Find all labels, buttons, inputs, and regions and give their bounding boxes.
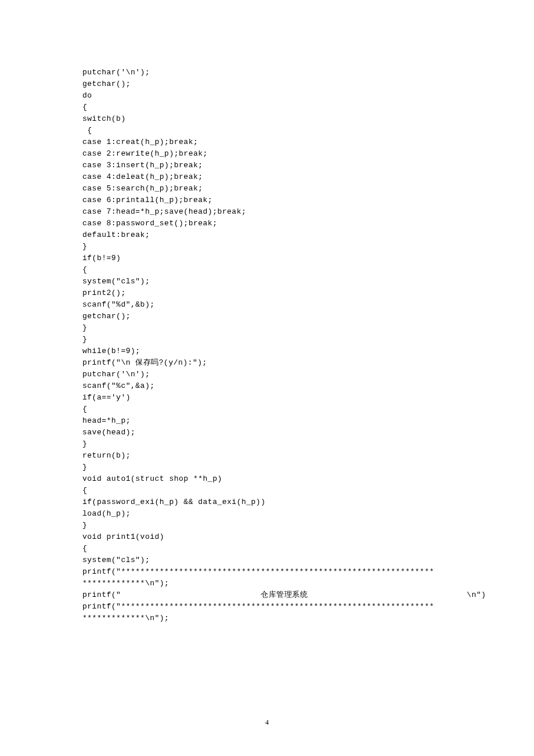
code-line: return(b); <box>0 450 534 462</box>
code-line: if(a=='y') <box>0 392 534 404</box>
code-line: { <box>0 485 534 496</box>
code-line: void print1(void) <box>0 531 534 543</box>
code-line: *************\n"); <box>0 613 534 624</box>
code-line: } <box>0 462 534 473</box>
code-line: while(b!=9); <box>0 345 534 357</box>
code-line: { <box>0 125 534 136</box>
code-line: case 3:insert(h_p);break; <box>0 160 534 171</box>
code-line: default:break; <box>0 229 534 241</box>
code-line: case 2:rewrite(h_p);break; <box>0 148 534 160</box>
code-line: if(b!=9) <box>0 253 534 264</box>
code-line: *************\n"); <box>0 578 534 589</box>
code-line: head=*h_p; <box>0 415 534 427</box>
code-line: scanf("%d",&b); <box>0 299 534 311</box>
code-line: case 1:creat(h_p);break; <box>0 136 534 148</box>
code-line: } <box>0 438 534 450</box>
code-line: case 5:search(h_p);break; <box>0 183 534 195</box>
code-line: scanf("%c",&a); <box>0 380 534 392</box>
code-block: putchar('\n'); getchar(); do { switch(b)… <box>0 67 534 624</box>
code-line: } <box>0 520 534 531</box>
code-line: printf("********************************… <box>0 566 534 578</box>
code-line: print2(); <box>0 287 534 299</box>
code-line: case 4:deleat(h_p);break; <box>0 171 534 183</box>
code-line: { <box>0 543 534 555</box>
code-line: printf("********************************… <box>0 601 534 613</box>
code-line: printf("\n 保存吗?(y/n):"); <box>0 357 534 369</box>
code-line: case 6:printall(h_p);break; <box>0 195 534 206</box>
code-line: } <box>0 241 534 253</box>
code-line: system("cls"); <box>0 555 534 566</box>
document-page: putchar('\n'); getchar(); do { switch(b)… <box>0 0 534 756</box>
code-line: system("cls"); <box>0 276 534 287</box>
code-line: do <box>0 90 534 102</box>
code-line: save(head); <box>0 427 534 438</box>
code-line: case 8:password_set();break; <box>0 218 534 229</box>
code-line: case 7:head=*h_p;save(head);break; <box>0 206 534 218</box>
code-line: printf(" 仓库管理系统 \n") <box>0 589 534 601</box>
code-line: { <box>0 404 534 415</box>
code-line: load(h_p); <box>0 508 534 520</box>
code-line: getchar(); <box>0 311 534 322</box>
code-line: putchar('\n'); <box>0 369 534 380</box>
code-line: if(password_exi(h_p) && data_exi(h_p)) <box>0 496 534 508</box>
code-line: } <box>0 334 534 345</box>
code-line: switch(b) <box>0 113 534 125</box>
code-line: getchar(); <box>0 78 534 90</box>
code-line: { <box>0 102 534 113</box>
code-line: } <box>0 322 534 334</box>
page-number: 4 <box>0 718 534 727</box>
code-line: putchar('\n'); <box>0 67 534 78</box>
code-line: { <box>0 264 534 276</box>
code-line: void auto1(struct shop **h_p) <box>0 473 534 485</box>
